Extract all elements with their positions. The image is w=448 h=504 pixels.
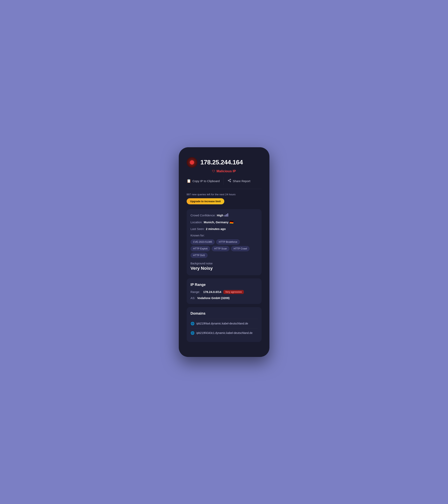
svg-rect-6 bbox=[226, 214, 227, 216]
upgrade-button[interactable]: Upgrade to increase limit bbox=[187, 198, 224, 204]
location-value: Munich, Germany bbox=[204, 220, 228, 224]
range-value: 178.24.0.0/14 bbox=[203, 290, 221, 293]
tag-item: HTTP Crawl bbox=[231, 246, 250, 251]
bar-chart-icon bbox=[224, 214, 228, 217]
noise-value: Very Noisy bbox=[191, 266, 258, 271]
last-seen-value: 2 minutes ago bbox=[206, 227, 226, 231]
threat-icon bbox=[187, 157, 197, 168]
action-row: 📋 Copy IP to Clipboard Share Report bbox=[187, 177, 262, 189]
malicious-badge: 🛡 Malicious IP bbox=[187, 169, 262, 173]
globe-icon: 🌐 bbox=[191, 331, 195, 335]
crowd-confidence-value: High bbox=[217, 214, 223, 217]
crowd-confidence-label: Crowd Confidence: bbox=[191, 214, 216, 217]
shield-icon: 🛡 bbox=[212, 169, 215, 173]
svg-rect-5 bbox=[224, 215, 225, 216]
location-row: Location: Munich, Germany 🇩🇪 bbox=[191, 220, 258, 224]
ip-range-card: IP Range Range: 178.24.0.0/14 Very agres… bbox=[187, 278, 262, 304]
share-report-label: Share Report bbox=[233, 179, 250, 183]
svg-rect-7 bbox=[227, 214, 228, 216]
status-label: Malicious IP bbox=[216, 169, 236, 173]
copy-ip-label: Copy IP to Clipboard bbox=[193, 179, 220, 183]
svg-line-4 bbox=[229, 180, 230, 180]
globe-icon: 🌐 bbox=[191, 322, 195, 325]
phone-shell: 178.25.244.164 🛡 Malicious IP 📋 Copy IP … bbox=[179, 147, 270, 357]
location-flag: 🇩🇪 bbox=[230, 220, 234, 224]
domain-row: 🌐ipb219f4343c1.dynamic.kabel-deutschland… bbox=[191, 328, 258, 338]
svg-line-3 bbox=[229, 181, 230, 181]
range-label: Range: bbox=[191, 290, 200, 293]
location-label: Location: bbox=[191, 220, 203, 224]
tag-item: HTTP DoS bbox=[191, 253, 208, 258]
aggressive-badge: Very agressive bbox=[223, 290, 244, 294]
tag-item: HTTP Scan bbox=[212, 246, 229, 251]
noise-label: Background noise bbox=[191, 262, 258, 265]
last-seen-label: Last Seen: bbox=[191, 227, 205, 231]
header-area: 178.25.244.164 bbox=[187, 157, 262, 168]
tag-item: CVE-2023-51385 bbox=[191, 239, 215, 245]
phone-inner: 178.25.244.164 🛡 Malicious IP 📋 Copy IP … bbox=[183, 151, 266, 353]
clipboard-icon: 📋 bbox=[187, 179, 191, 183]
range-row: Range: 178.24.0.0/14 Very agressive bbox=[191, 290, 258, 294]
known-for-label: Known for: bbox=[191, 234, 258, 237]
domain-text[interactable]: ipb219f4a4.dynamic.kabel-deutschland.de bbox=[196, 322, 248, 325]
as-value: Vodafone GmbH (3209) bbox=[197, 296, 230, 300]
as-label: AS: bbox=[191, 296, 195, 300]
copy-ip-button[interactable]: 📋 Copy IP to Clipboard bbox=[187, 177, 224, 185]
domains-card: Domains 🌐ipb219f4a4.dynamic.kabel-deutsc… bbox=[187, 307, 262, 342]
threat-dot bbox=[190, 160, 194, 164]
domains-title: Domains bbox=[191, 311, 258, 316]
tag-item: HTTP Exploit bbox=[191, 246, 210, 251]
domain-text[interactable]: ipb219f4343c1.dynamic.kabel-deutschland.… bbox=[196, 331, 253, 335]
ip-range-title: IP Range bbox=[191, 283, 258, 287]
as-row: AS: Vodafone GmbH (3209) bbox=[191, 296, 258, 300]
tag-item: HTTP Bruteforce bbox=[216, 239, 240, 245]
last-seen-row: Last Seen: 2 minutes ago bbox=[191, 227, 258, 231]
info-card: Crowd Confidence: High Location: Munich,… bbox=[187, 209, 262, 275]
ip-address: 178.25.244.164 bbox=[200, 159, 243, 166]
share-icon bbox=[228, 179, 231, 183]
crowd-confidence-row: Crowd Confidence: High bbox=[191, 214, 258, 217]
share-report-button[interactable]: Share Report bbox=[224, 177, 262, 185]
domain-row: 🌐ipb219f4a4.dynamic.kabel-deutschland.de bbox=[191, 319, 258, 328]
tags-container: CVE-2023-51385HTTP BruteforceHTTP Exploi… bbox=[191, 239, 258, 258]
queries-text: 997 new queries left for the next 24 hou… bbox=[187, 193, 262, 196]
